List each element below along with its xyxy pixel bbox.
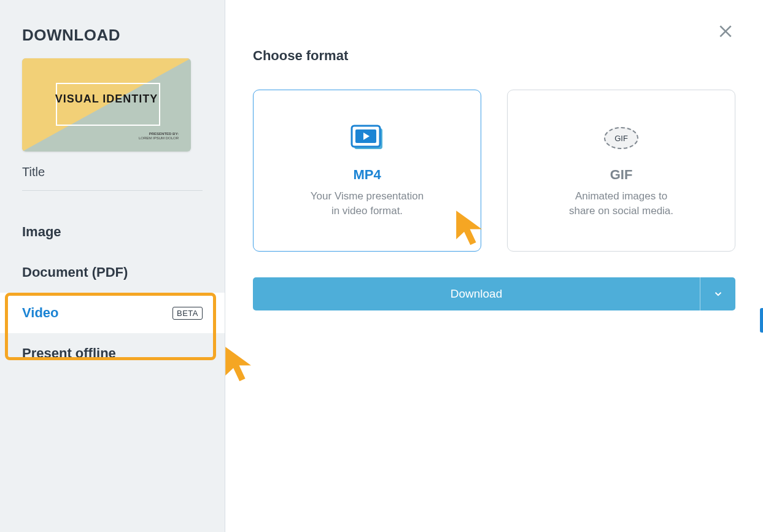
download-options-button[interactable] bbox=[700, 277, 735, 310]
menu-item-present-offline[interactable]: Present offline bbox=[22, 333, 203, 374]
presentation-thumbnail[interactable]: VISUAL IDENTITY PRESENTED BY: LOREM IPSU… bbox=[22, 58, 191, 152]
format-options: MP4 Your Visme presentation in video for… bbox=[253, 90, 735, 252]
download-button[interactable]: Download bbox=[253, 277, 700, 310]
menu-item-image[interactable]: Image bbox=[22, 212, 203, 252]
chevron-down-icon bbox=[713, 288, 724, 299]
menu-item-video[interactable]: Video BETA bbox=[0, 293, 225, 333]
choose-format-heading: Choose format bbox=[253, 48, 735, 64]
close-icon bbox=[718, 23, 734, 39]
mp4-title: MP4 bbox=[353, 167, 381, 183]
gif-desc: Animated images to share on social media… bbox=[569, 189, 673, 218]
format-card-mp4[interactable]: MP4 Your Visme presentation in video for… bbox=[253, 90, 481, 252]
thumbnail-title: VISUAL IDENTITY bbox=[22, 93, 191, 106]
mp4-desc: Your Visme presentation in video format. bbox=[311, 189, 424, 218]
title-label: Title bbox=[22, 165, 203, 179]
mp4-icon bbox=[349, 123, 385, 153]
main-panel: Choose format MP4 Your Visme presentatio… bbox=[225, 0, 763, 532]
menu-item-document[interactable]: Document (PDF) bbox=[22, 252, 203, 293]
close-button[interactable] bbox=[718, 23, 734, 42]
gif-title: GIF bbox=[610, 167, 633, 183]
sidebar-heading: DOWNLOAD bbox=[22, 26, 203, 45]
download-row: Download bbox=[253, 277, 735, 310]
download-sidebar: DOWNLOAD VISUAL IDENTITY PRESENTED BY: L… bbox=[0, 0, 225, 532]
beta-badge: BETA bbox=[172, 307, 203, 320]
thumbnail-sub: PRESENTED BY: LOREM IPSUM DOLOR bbox=[139, 132, 179, 141]
gif-icon: GIF bbox=[604, 123, 638, 153]
format-card-gif[interactable]: GIF GIF Animated images to share on soci… bbox=[507, 90, 735, 252]
menu-item-video-label: Video bbox=[22, 305, 59, 321]
divider bbox=[22, 190, 203, 191]
right-edge-indicator bbox=[760, 308, 763, 333]
